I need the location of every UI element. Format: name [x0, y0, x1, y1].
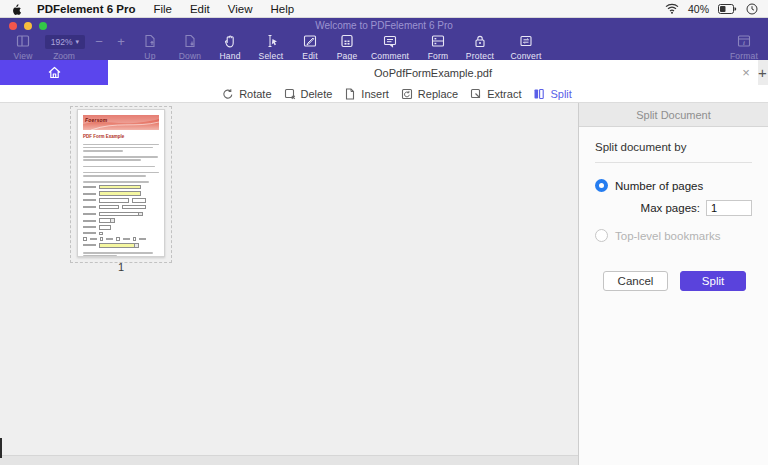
document-logo: Foersom: [85, 117, 108, 123]
split-icon: [533, 88, 545, 100]
radio-unselected-icon[interactable]: [595, 229, 608, 242]
toolbar-form-button[interactable]: Form: [414, 33, 462, 61]
macos-menubar: PDFelement 6 Pro File Edit View Help 40%: [0, 0, 768, 18]
page-grid-icon: [323, 33, 371, 49]
battery-icon[interactable]: [718, 4, 737, 14]
window-edge: [0, 438, 2, 458]
page-thumbnail[interactable]: Foersom PDF Form Example: [77, 109, 165, 257]
toolbar-format-button[interactable]: i Format: [720, 33, 768, 61]
document-tab-title: OoPdfFormExample.pdf: [132, 67, 734, 79]
close-tab-icon[interactable]: ×: [734, 65, 758, 80]
document-header-banner: Foersom: [83, 115, 159, 130]
panel-buttons: Cancel Split: [603, 271, 746, 291]
clock-icon[interactable]: [746, 3, 758, 15]
max-pages-row: Max pages:: [595, 200, 752, 216]
comment-bubble-icon: [366, 33, 414, 49]
max-pages-input[interactable]: [706, 200, 752, 216]
sidebar-view-icon: [0, 33, 47, 49]
toolbar-comment-button[interactable]: Comment: [366, 33, 414, 61]
menu-view[interactable]: View: [228, 3, 253, 15]
form-fields-icon: [414, 33, 462, 49]
delete-tool-button[interactable]: Delete: [284, 88, 333, 100]
document-tab[interactable]: OoPdfFormExample.pdf ×: [108, 60, 758, 85]
chevron-down-icon: ▾: [76, 38, 80, 46]
extract-icon: [470, 88, 482, 100]
toolbar-page-button[interactable]: Page: [323, 33, 371, 61]
rotate-tool-button[interactable]: Rotate: [222, 88, 271, 100]
toolbar-protect-button[interactable]: Protect: [456, 33, 504, 61]
split-tool-button[interactable]: Split: [533, 88, 571, 100]
zoom-level-select[interactable]: 192% ▾: [45, 35, 85, 49]
convert-arrows-icon: [502, 33, 550, 49]
svg-text:i: i: [743, 39, 745, 46]
zoom-level-value: 192%: [51, 37, 73, 47]
split-by-label: Split document by: [595, 141, 752, 153]
horizontal-scrollbar[interactable]: [0, 455, 578, 465]
insert-tool-button[interactable]: Insert: [344, 88, 389, 100]
radio-selected-icon[interactable]: [595, 179, 608, 192]
replace-icon: [401, 88, 413, 100]
tab-bar: OoPdfFormExample.pdf × +: [0, 60, 768, 85]
panel-divider: [595, 162, 752, 163]
panel-title: Split Document: [579, 103, 768, 127]
home-icon: [46, 64, 63, 81]
split-button[interactable]: Split: [680, 271, 746, 291]
window-title: Welcome to PDFelement 6 Pro: [0, 20, 768, 31]
cancel-button[interactable]: Cancel: [603, 271, 668, 291]
replace-tool-button[interactable]: Replace: [401, 88, 458, 100]
menu-edit[interactable]: Edit: [190, 3, 210, 15]
delete-icon: [284, 88, 296, 100]
radio-number-of-pages[interactable]: Number of pages: [595, 179, 752, 192]
page-tools-bar: Rotate Delete Insert Replace Extract Spl…: [0, 85, 768, 103]
menu-help[interactable]: Help: [271, 3, 295, 15]
wifi-icon[interactable]: [665, 3, 679, 14]
max-pages-label: Max pages:: [641, 202, 700, 214]
pdfelement-window: PDFelement 6 Pro File Edit View Help 40%: [0, 0, 768, 465]
zoom-out-button[interactable]: −: [92, 34, 106, 49]
app-toolbar: Welcome to PDFelement 6 Pro View 192% ▾ …: [0, 18, 768, 60]
thumbnail-canvas: Foersom PDF Form Example: [0, 103, 578, 455]
insert-page-icon: [344, 88, 356, 100]
apple-menu-icon[interactable]: [10, 2, 23, 16]
format-info-icon: i: [720, 33, 768, 49]
menu-file[interactable]: File: [153, 3, 172, 15]
page-number-label: 1: [77, 261, 165, 273]
lock-icon: [456, 33, 504, 49]
home-tab-button[interactable]: [0, 60, 108, 85]
new-tab-button[interactable]: +: [758, 60, 768, 85]
battery-percent: 40%: [688, 3, 709, 15]
extract-tool-button[interactable]: Extract: [470, 88, 521, 100]
toolbar-convert-button[interactable]: Convert: [502, 33, 550, 61]
menubar-app-name[interactable]: PDFelement 6 Pro: [37, 3, 135, 15]
radio-top-level-bookmarks[interactable]: Top-level bookmarks: [595, 229, 752, 242]
rotate-icon: [222, 88, 234, 100]
